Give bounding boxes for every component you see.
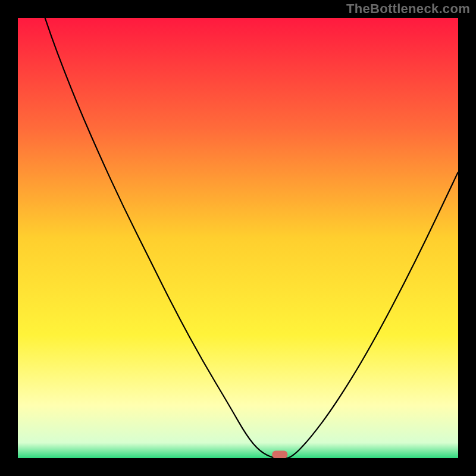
chart-background (18, 18, 458, 458)
watermark-text: TheBottleneck.com (346, 1, 470, 17)
plot-area (18, 18, 458, 458)
optimal-marker-icon (272, 451, 287, 458)
chart-container: TheBottleneck.com (0, 0, 476, 476)
bottleneck-chart (18, 18, 458, 458)
